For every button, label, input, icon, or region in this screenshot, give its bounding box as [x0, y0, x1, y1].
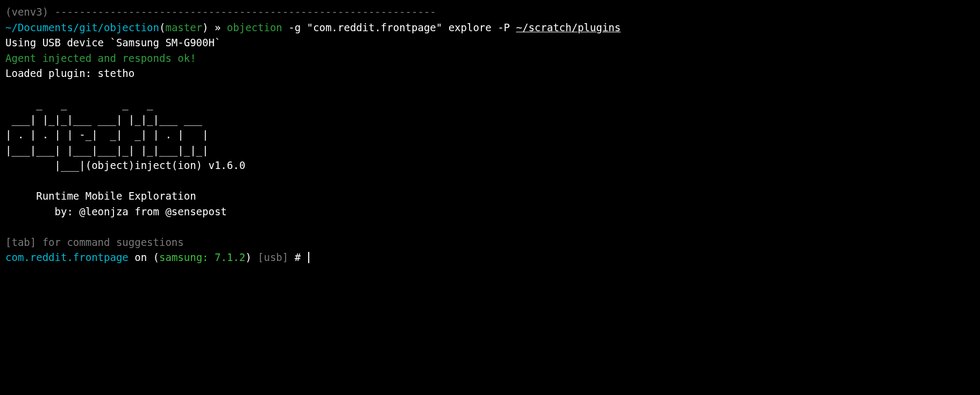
command-args: -g "com.reddit.frontpage" explore -P: [282, 22, 516, 33]
venv-line: (venv3) --------------------------------…: [5, 4, 975, 20]
repl-device-open: (: [153, 251, 159, 263]
terminal[interactable]: (venv3) --------------------------------…: [5, 4, 975, 265]
cwd-path: ~/Documents/git/objection: [5, 22, 159, 33]
repl-connection: [usb]: [252, 251, 295, 263]
output-agent: Agent injected and responds ok!: [5, 51, 975, 66]
command-plugin-path: ~/scratch/plugins: [516, 22, 621, 33]
ascii-banner: _ _ _ _ ___| |_|_|___ ___| |_|_|___ ___ …: [5, 96, 975, 219]
repl-package: com.reddit.frontpage: [5, 251, 129, 263]
output-plugin: Loaded plugin: stetho: [5, 66, 975, 81]
tab-hint: [tab] for command suggestions: [5, 235, 975, 250]
branch-close: ): [202, 22, 208, 33]
repl-on: on: [129, 251, 153, 263]
branch-open: (: [159, 22, 165, 33]
repl-device-close: ): [245, 251, 251, 263]
git-branch: master: [165, 22, 202, 33]
divider: ----------------------------------------…: [48, 6, 436, 18]
cursor: [308, 252, 309, 263]
repl-device: samsung: 7.1.2: [159, 251, 245, 263]
shell-prompt-line: ~/Documents/git/objection(master) » obje…: [5, 20, 975, 36]
output-device: Using USB device `Samsung SM-G900H`: [5, 35, 975, 51]
command-name: objection: [227, 22, 282, 33]
blank-line-1: [5, 81, 975, 97]
prompt-arrow: »: [209, 22, 227, 33]
repl-hash: #: [295, 251, 307, 263]
blank-line-2: [5, 219, 975, 235]
repl-prompt-line[interactable]: com.reddit.frontpage on (samsung: 7.1.2)…: [5, 250, 975, 265]
venv-label: (venv3): [5, 6, 48, 18]
